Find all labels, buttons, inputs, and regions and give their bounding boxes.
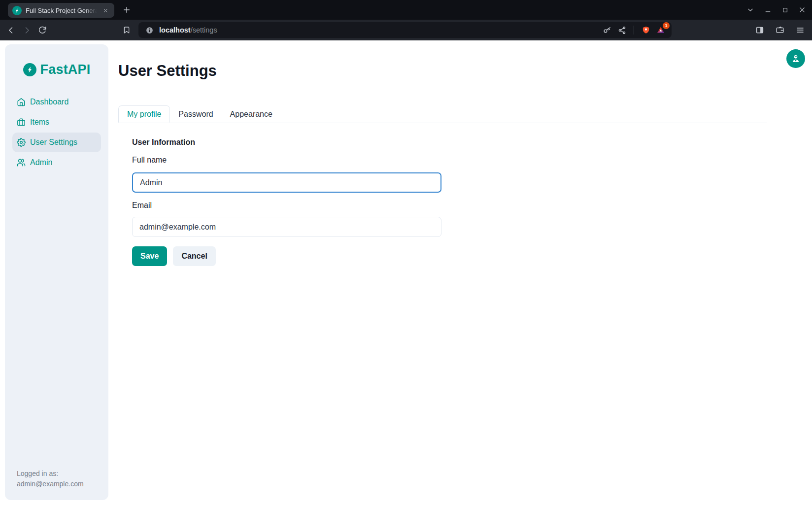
sidebar-item-dashboard[interactable]: Dashboard — [12, 92, 101, 112]
home-icon — [17, 98, 26, 106]
logged-in-info: Logged in as: admin@example.com — [17, 469, 84, 489]
full-name-label: Full name — [132, 156, 167, 165]
browser-window: Full Stack Project Genera — [0, 0, 812, 505]
email-input[interactable] — [132, 217, 441, 237]
gear-icon — [17, 138, 26, 147]
toolbar-right-icons — [755, 20, 805, 40]
email-label: Email — [132, 201, 152, 210]
url-host: localhost — [159, 26, 191, 34]
fastapi-logo: FastAPI — [5, 62, 108, 77]
forward-icon[interactable] — [22, 25, 32, 35]
tab-close-icon[interactable] — [101, 6, 110, 15]
url-path: /settings — [191, 26, 217, 34]
user-avatar-icon — [790, 53, 801, 64]
brave-rewards-icon[interactable]: 1 — [656, 25, 666, 35]
logged-in-label: Logged in as: — [17, 469, 84, 479]
url-text: localhost/settings — [159, 26, 217, 34]
sidebar-item-label: Dashboard — [30, 98, 68, 106]
close-window-icon[interactable] — [798, 6, 806, 14]
settings-tabs: My profile Password Appearance — [118, 105, 767, 123]
share-icon[interactable] — [617, 25, 627, 35]
tab-favicon-lightning-icon — [12, 6, 22, 15]
logo-text: FastAPI — [40, 62, 91, 77]
brave-shield-icon[interactable] — [641, 25, 651, 35]
full-name-input[interactable] — [132, 172, 441, 193]
sidebar-item-label: User Settings — [30, 138, 77, 147]
back-icon[interactable] — [6, 25, 16, 35]
sidebar-toggle-icon[interactable] — [755, 25, 765, 35]
rewards-notification-badge: 1 — [663, 22, 670, 29]
cancel-button[interactable]: Cancel — [173, 246, 215, 266]
save-button[interactable]: Save — [132, 246, 167, 266]
sidebar-item-label: Admin — [30, 158, 52, 167]
site-info-icon[interactable] — [144, 25, 154, 35]
users-icon — [17, 158, 26, 167]
form-actions: Save Cancel — [132, 246, 216, 266]
briefcase-icon — [17, 118, 26, 127]
sidebar: FastAPI Dashboard Items User Settings — [5, 44, 108, 500]
page-title: User Settings — [118, 62, 217, 80]
new-tab-button[interactable] — [121, 4, 132, 15]
key-icon[interactable] — [602, 25, 612, 35]
bookmark-icon[interactable] — [122, 25, 132, 35]
tab-appearance[interactable]: Appearance — [222, 105, 281, 123]
sidebar-item-items[interactable]: Items — [12, 112, 101, 132]
user-menu-button[interactable] — [786, 49, 805, 68]
menu-icon[interactable] — [795, 25, 805, 35]
sidebar-item-user-settings[interactable]: User Settings — [12, 133, 101, 152]
sidebar-nav: Dashboard Items User Settings Admin — [12, 92, 101, 172]
sidebar-item-label: Items — [30, 118, 49, 127]
app-content: FastAPI Dashboard Items User Settings — [0, 40, 812, 505]
window-controls — [746, 0, 806, 20]
minimize-icon[interactable] — [764, 6, 772, 14]
wallet-icon[interactable] — [775, 25, 785, 35]
browser-toolbar: localhost/settings 1 — [0, 20, 812, 40]
tab-strip: Full Stack Project Genera — [0, 0, 812, 20]
toolbar-separator — [634, 26, 634, 34]
tab-my-profile[interactable]: My profile — [118, 105, 170, 123]
maximize-icon[interactable] — [781, 6, 789, 14]
browser-tab[interactable]: Full Stack Project Genera — [8, 3, 114, 18]
fastapi-lightning-icon — [23, 63, 36, 76]
tab-title: Full Stack Project Genera — [26, 7, 97, 14]
tab-search-chevron-icon[interactable] — [746, 6, 754, 14]
sidebar-item-admin[interactable]: Admin — [12, 153, 101, 172]
reload-icon[interactable] — [37, 25, 47, 35]
logged-in-email: admin@example.com — [17, 479, 84, 489]
tab-password[interactable]: Password — [170, 105, 221, 123]
address-bar[interactable]: localhost/settings 1 — [138, 22, 672, 38]
section-title: User Information — [132, 138, 195, 147]
